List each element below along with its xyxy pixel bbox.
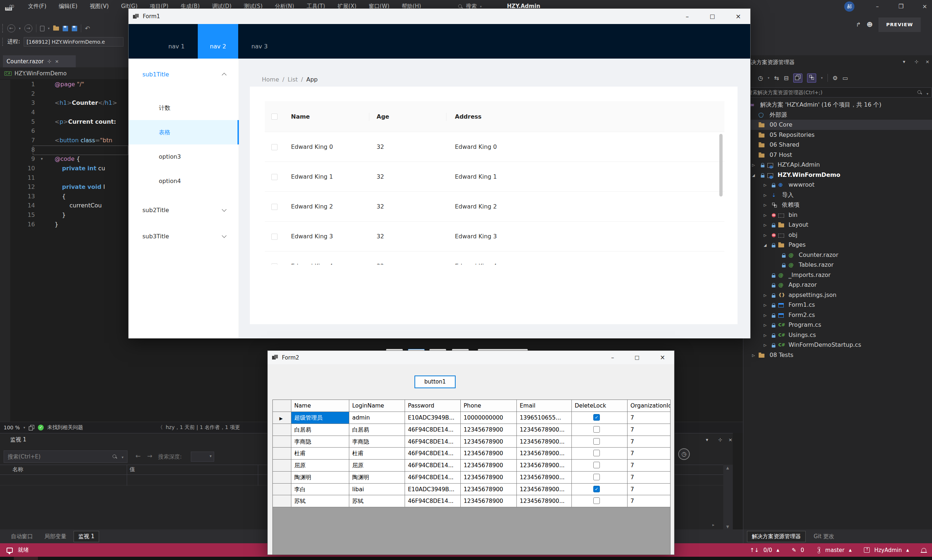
expand-icon[interactable]: ▷ bbox=[764, 210, 767, 220]
form1-close-button[interactable]: × bbox=[730, 9, 747, 24]
grid-cell-phone[interactable]: 12345678900 bbox=[461, 436, 517, 448]
grid-row-header[interactable] bbox=[273, 495, 292, 507]
tree-item-hzy-winformdemo[interactable]: ◢HZY.WinFormDemo bbox=[743, 170, 932, 180]
grid-header-email[interactable]: Email bbox=[517, 400, 572, 412]
repo-icon[interactable] bbox=[864, 547, 870, 553]
sidebar-item-option4[interactable]: option4 bbox=[128, 169, 239, 193]
collapse-icon[interactable]: ◢ bbox=[764, 240, 767, 250]
zoom-level[interactable]: 100 % bbox=[4, 425, 20, 431]
forward-arrow-icon[interactable]: → bbox=[147, 452, 152, 460]
tree-item-pages[interactable]: ◢Pages bbox=[743, 240, 932, 250]
grid-cell-password[interactable]: 46F94C8DE14... bbox=[405, 436, 461, 448]
row-checkbox[interactable] bbox=[272, 204, 278, 210]
chevron-down-icon[interactable]: ▾ bbox=[19, 26, 21, 30]
pin-icon[interactable]: ⊹ bbox=[47, 58, 51, 64]
panel-tab-1[interactable]: 局部变量 bbox=[40, 531, 71, 542]
search-depth-dropdown[interactable] bbox=[191, 452, 214, 462]
close-icon[interactable]: × bbox=[728, 437, 732, 443]
expand-icon[interactable]: ▷ bbox=[764, 190, 767, 200]
sync-arrows-icon[interactable]: ↑↓ bbox=[750, 547, 759, 554]
grid-row-header[interactable] bbox=[273, 436, 292, 448]
branch-icon[interactable] bbox=[816, 547, 821, 554]
tree-item-tables-razor[interactable]: @Tables.razor bbox=[743, 260, 932, 270]
tab-counter-razor[interactable]: Counter.razor ⊹ × bbox=[3, 55, 76, 67]
grid-cell-name[interactable]: 李白 bbox=[292, 484, 349, 495]
column-header-name[interactable]: Name bbox=[291, 101, 310, 132]
deletelock-checkbox[interactable] bbox=[593, 497, 600, 504]
deletelock-checkbox[interactable] bbox=[593, 462, 600, 468]
pin-icon[interactable]: ⊹ bbox=[915, 59, 918, 65]
menu-edit[interactable]: 编辑(E) bbox=[52, 0, 83, 13]
grid-cell-deletelock[interactable]: ✓ bbox=[572, 484, 628, 495]
fold-icon[interactable]: ▾ bbox=[41, 154, 43, 164]
open-folder-icon[interactable] bbox=[53, 26, 59, 31]
row-checkbox[interactable] bbox=[272, 144, 278, 150]
avatar[interactable]: 郝 bbox=[844, 2, 855, 12]
caret-up-icon[interactable]: ▲ bbox=[849, 548, 852, 552]
collapse-all-icon[interactable]: ⊟ bbox=[784, 75, 788, 82]
grid-cell-deletelock[interactable] bbox=[572, 448, 628, 460]
pencil-icon[interactable]: ✎ bbox=[792, 547, 796, 554]
grid-row-header[interactable] bbox=[273, 460, 292, 472]
watch-col-value[interactable]: 值 bbox=[130, 466, 135, 473]
column-header-age[interactable]: Age bbox=[377, 101, 389, 132]
grid-cell-organizationid[interactable]: 7 bbox=[628, 495, 671, 507]
expand-icon[interactable]: ▷ bbox=[764, 230, 767, 240]
grid-cell-email[interactable]: 12345678900... bbox=[517, 424, 572, 436]
pending-changes-count[interactable]: 0 bbox=[801, 547, 804, 554]
grid-cell-login[interactable]: 白居易 bbox=[349, 424, 405, 436]
nav-tab-3[interactable]: nav 3 bbox=[238, 24, 281, 58]
scroll-right-icon[interactable]: ▸ bbox=[712, 523, 714, 527]
chevron-down-icon[interactable]: ▾ bbox=[23, 426, 25, 429]
row-checkbox[interactable] bbox=[272, 234, 278, 240]
form1-minimize-button[interactable]: – bbox=[679, 9, 696, 24]
grid-header-phone[interactable]: Phone bbox=[461, 400, 517, 412]
chevron-down-icon[interactable]: ▾ bbox=[768, 76, 770, 80]
nav-tab-2[interactable]: nav 2 bbox=[198, 24, 238, 58]
back-arrow-icon[interactable]: ← bbox=[136, 452, 140, 460]
tree-item-form2-cs[interactable]: ▷Form2.cs bbox=[743, 310, 932, 320]
close-icon[interactable]: × bbox=[926, 59, 929, 65]
pending-changes-filter-icon[interactable]: ◷ bbox=[758, 75, 763, 82]
bell-icon[interactable] bbox=[921, 548, 926, 552]
tree-item-wwwroot[interactable]: ▷⊕wwwroot bbox=[743, 180, 932, 190]
form1-maximize-button[interactable]: □ bbox=[704, 9, 721, 24]
pin-icon[interactable]: ⊹ bbox=[718, 437, 722, 443]
grid-corner[interactable] bbox=[273, 400, 292, 412]
chevron-down-icon[interactable]: ▾ bbox=[903, 59, 906, 65]
table-row[interactable]: Edward King 132Edward King 1 bbox=[265, 162, 724, 192]
tree-item-08-tests[interactable]: ▷08 Tests bbox=[743, 350, 932, 360]
grid-cell-email[interactable]: 12345678900... bbox=[517, 436, 572, 448]
tree-item-layout[interactable]: ▷Layout bbox=[743, 220, 932, 230]
sync-count[interactable]: 0/0 bbox=[763, 547, 772, 554]
tree-item-05-repositories[interactable]: 05 Repositories bbox=[743, 130, 932, 140]
properties-window-icon[interactable]: ▭ bbox=[843, 75, 848, 82]
grid-cell-phone[interactable]: 12345678900 bbox=[461, 448, 517, 460]
grid-cell-organizationid[interactable]: 7 bbox=[628, 424, 671, 436]
grid-cell-email[interactable]: 12345678900... bbox=[517, 460, 572, 472]
grid-row-header[interactable] bbox=[273, 424, 292, 436]
form1-titlebar[interactable]: Form1 bbox=[128, 9, 750, 24]
tree-item---[interactable]: ▷⇣导入 bbox=[743, 190, 932, 200]
form2-maximize-button[interactable]: □ bbox=[629, 351, 645, 364]
repo-name[interactable]: HzyAdmin bbox=[874, 547, 902, 554]
tree-item-winformdemostartup-cs[interactable]: ▷C#WinFormDemoStartup.cs bbox=[743, 340, 932, 350]
expand-icon[interactable]: ▷ bbox=[764, 180, 767, 190]
tree-item-counter-razor[interactable]: @Counter.razor bbox=[743, 250, 932, 260]
deletelock-checkbox[interactable]: ✓ bbox=[593, 414, 600, 421]
tree-item-bin[interactable]: ▷bin bbox=[743, 210, 932, 220]
table-row[interactable]: Edward King 432Edward King 4 bbox=[265, 251, 724, 265]
grid-header-deletelock[interactable]: DeleteLock bbox=[572, 400, 628, 412]
sidebar-group-sub1Title[interactable]: sub1Title bbox=[128, 64, 239, 85]
table-row[interactable]: Edward King 232Edward King 2 bbox=[265, 192, 724, 222]
grid-cell-login[interactable]: libai bbox=[349, 484, 405, 495]
grid-cell-login[interactable]: 杜甫 bbox=[349, 448, 405, 460]
panel-tab-0[interactable]: 自动窗口 bbox=[6, 531, 37, 542]
tree-item----[interactable]: ▷依赖项 bbox=[743, 200, 932, 210]
sidebar-group-sub3Title[interactable]: sub3Title bbox=[128, 226, 239, 247]
breadcrumb-home[interactable]: Home bbox=[262, 76, 279, 83]
grid-cell-organizationid[interactable]: 7 bbox=[628, 472, 671, 484]
expand-icon[interactable]: ▷ bbox=[764, 200, 767, 210]
scroll-up-icon[interactable]: ▲ bbox=[726, 466, 729, 470]
tree-item-------hzy-admin---16-------16---[interactable]: ∞解决方案 'HZY.Admin' (16 个项目，共 16 个) bbox=[743, 100, 932, 110]
